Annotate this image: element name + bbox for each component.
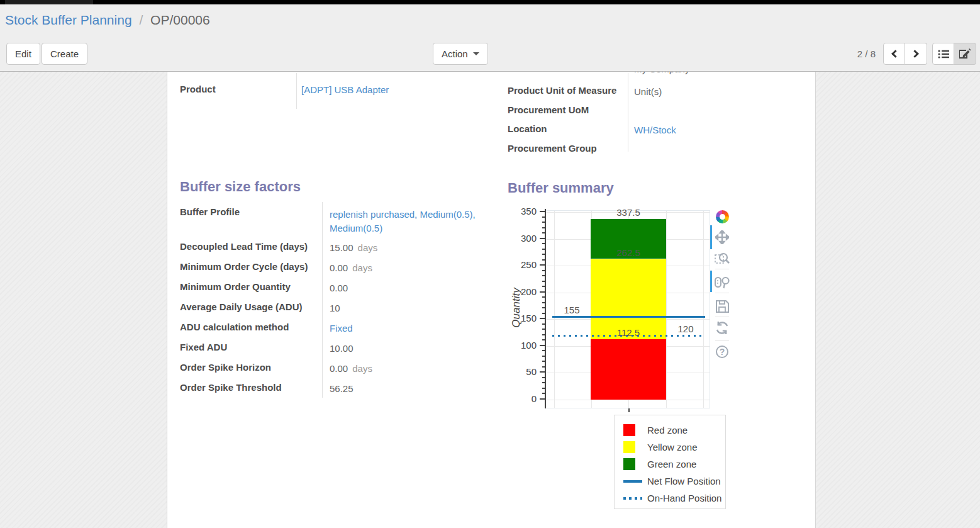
legend-label: On-Hand Position <box>647 493 721 503</box>
download-plot-icon[interactable] <box>714 298 730 315</box>
minimum-order-cycle-days--label: Minimum Order Cycle (days) <box>180 261 308 272</box>
line-swatch-icon <box>623 480 642 483</box>
modebar-active-indicator <box>710 225 712 249</box>
average-daily-usage-adu--value: 10 <box>330 303 340 313</box>
breadcrumb: Stock Buffer Planning / OP/00006 <box>5 13 210 28</box>
order-spike-horizon-value: 0.00days <box>330 363 372 374</box>
legend-label: Green zone <box>647 459 696 469</box>
field-divider <box>322 202 323 398</box>
y-axis-title: Quantity <box>510 270 523 345</box>
line-value-label: 155 <box>550 305 594 315</box>
modebar-separator <box>715 269 729 269</box>
adu-calculation-method-value[interactable]: Fixed <box>330 323 353 334</box>
location-value[interactable]: WH/Stock <box>634 125 676 135</box>
pager-previous-button[interactable] <box>883 43 905 65</box>
reset-axes-icon[interactable] <box>714 320 730 336</box>
average-daily-usage-adu--label: Average Daily Usage (ADU) <box>180 301 303 312</box>
y-axis-tick <box>542 243 545 244</box>
y-axis-tick <box>542 232 545 233</box>
fixed-adu-value: 10.00 <box>330 343 354 354</box>
bar-red-zone <box>591 339 666 400</box>
minimum-order-cycle-days--value: 0.00days <box>330 262 372 273</box>
y-axis-tick <box>542 388 545 389</box>
gridline <box>703 211 704 408</box>
y-axis-tick <box>540 398 545 400</box>
y-axis-tick <box>542 382 545 383</box>
legend-label: Red zone <box>647 425 688 435</box>
color-swatch <box>623 424 642 436</box>
y-axis-tick <box>540 371 545 373</box>
y-axis-tick <box>542 393 545 394</box>
action-dropdown-button[interactable]: Action <box>433 43 488 65</box>
breadcrumb-parent-link[interactable]: Stock Buffer Planning <box>5 13 132 27</box>
legend-item-net-flow-position[interactable]: Net Flow Position <box>623 473 725 490</box>
decoupled-lead-time-days--value: 15.00days <box>330 242 377 253</box>
form-sheet: My Company Product[ADPT] USB Adapter Pro… <box>167 72 816 528</box>
buffer-summary-title: Buffer summary <box>508 180 614 196</box>
create-button[interactable]: Create <box>42 43 87 65</box>
view-switcher <box>932 43 976 65</box>
buffer-profile-label: Buffer Profile <box>180 206 240 217</box>
product-field-value[interactable]: [ADPT] USB Adapter <box>301 84 389 95</box>
line-value-label: 120 <box>664 323 708 334</box>
y-axis-line <box>545 209 546 408</box>
y-axis-tick <box>542 216 545 218</box>
legend-item-red-zone[interactable]: Red zone <box>623 422 725 439</box>
top-menu-segment <box>5 0 93 4</box>
y-axis-tick <box>542 339 545 340</box>
adu-calculation-method-label: ADU calculation method <box>180 322 289 332</box>
y-axis-tick <box>542 350 545 351</box>
help-icon[interactable]: ? <box>714 344 730 360</box>
chevron-left-icon <box>891 50 899 58</box>
y-axis-tick <box>542 296 545 298</box>
modebar-separator <box>715 293 729 293</box>
buffer-profile-value[interactable]: replenish purchased, Medium(0.5), Medium… <box>330 208 487 235</box>
legend-item-green-zone[interactable]: Green zone <box>623 456 725 473</box>
edit-button[interactable]: Edit <box>6 43 40 65</box>
y-tick-label: 300 <box>509 233 537 244</box>
y-axis-tick <box>542 281 545 282</box>
y-axis-tick <box>542 227 545 228</box>
y-axis-tick <box>542 307 545 308</box>
legend-item-on-hand-position[interactable]: On-Hand Position <box>623 490 725 507</box>
chart-legend: Red zoneYellow zoneGreen zoneNet Flow Po… <box>614 415 726 509</box>
field-divider <box>296 73 297 109</box>
y-axis-tick <box>542 249 545 250</box>
breadcrumb-separator: / <box>139 13 143 27</box>
y-axis-tick <box>540 238 545 239</box>
y-axis-tick <box>542 259 545 261</box>
y-axis-tick <box>542 302 545 303</box>
unit-label: days <box>352 363 372 374</box>
control-panel: Stock Buffer Planning / OP/00006 Edit Cr… <box>0 4 980 72</box>
modebar-active-indicator <box>710 271 712 292</box>
zone-top-label: 112.5 <box>606 327 650 338</box>
box-zoom-icon[interactable] <box>714 250 730 267</box>
gridline <box>666 211 667 408</box>
order-spike-horizon-label: Order Spike Horizon <box>180 362 271 373</box>
y-tick-label: 0 <box>509 393 537 404</box>
pager-value: 2 / 8 <box>857 48 876 59</box>
caret-down-icon <box>473 52 479 55</box>
pager-next-button[interactable] <box>905 43 927 65</box>
plotly-logo-icon[interactable] <box>714 208 730 225</box>
legend-label: Yellow zone <box>647 442 698 452</box>
y-axis-tick <box>540 264 545 266</box>
pan-icon[interactable] <box>714 229 730 245</box>
pager-nav-group <box>883 43 927 65</box>
y-axis-tick <box>542 366 545 368</box>
line-swatch-icon <box>623 497 642 500</box>
net-flow-position-line <box>552 316 705 318</box>
y-axis-tick <box>542 275 545 276</box>
hover-compare-icon[interactable] <box>714 274 730 291</box>
minimum-order-quantity-label: Minimum Order Quantity <box>180 281 291 292</box>
legend-item-yellow-zone[interactable]: Yellow zone <box>623 439 725 456</box>
y-axis-tick <box>542 286 545 287</box>
x-axis-tick <box>628 408 630 412</box>
list-view-button[interactable] <box>932 43 954 65</box>
order-spike-threshold-label: Order Spike Threshold <box>180 382 282 393</box>
form-view-button[interactable] <box>954 43 976 65</box>
y-axis-tick <box>542 323 545 325</box>
y-tick-label: 250 <box>509 259 537 270</box>
product-unit-of-measure-label: Product Unit of Measure <box>508 85 616 96</box>
unit-label: days <box>358 242 378 253</box>
